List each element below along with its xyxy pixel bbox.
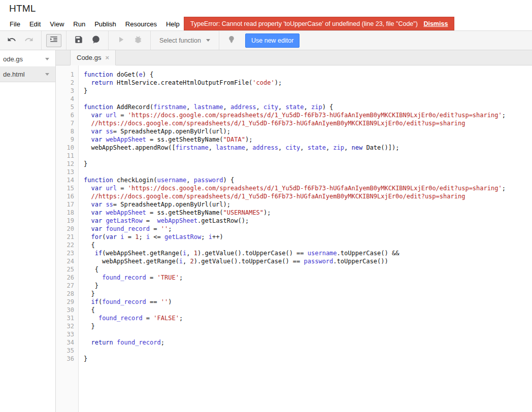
- line-number: 32: [56, 322, 74, 330]
- line-number: 15: [56, 184, 74, 192]
- line-number: 33: [56, 330, 74, 338]
- line-number: 31: [56, 314, 74, 322]
- code-line: }: [84, 322, 532, 330]
- redo-icon: [24, 35, 34, 46]
- code-pane[interactable]: function doGet(e) { return HtmlService.c…: [79, 65, 532, 412]
- menu-item-publish[interactable]: Publish: [90, 18, 121, 30]
- code-line: }: [84, 290, 532, 298]
- line-number: 36: [56, 355, 74, 363]
- line-number: 27: [56, 282, 74, 290]
- code-line: function checkLogin(username, password) …: [84, 176, 532, 184]
- line-number: 9: [56, 135, 74, 144]
- debug-icon: [134, 35, 143, 46]
- save-icon: [74, 35, 83, 46]
- code-line: if(webAppSheet.getRange(i, 1).getValue()…: [84, 249, 532, 257]
- code-line: [84, 152, 532, 160]
- code-line: var found_record = '';: [84, 225, 532, 233]
- file-menu-caret-icon[interactable]: [45, 73, 49, 76]
- code-line: var url = 'https://docs.google.com/sprea…: [84, 111, 532, 119]
- code-line: found_record = 'TRUE';: [84, 273, 532, 282]
- line-number: 8: [56, 127, 74, 135]
- code-line: var getLastRow = webAppSheet.getLastRow(…: [84, 217, 532, 225]
- line-number: 26: [56, 273, 74, 282]
- save-button[interactable]: [71, 33, 86, 48]
- code-line: [84, 95, 532, 103]
- toolbar-separator: [150, 31, 151, 50]
- line-number: 19: [56, 217, 74, 225]
- select-function-dropdown[interactable]: Select function: [154, 37, 215, 44]
- hint-button[interactable]: [224, 33, 239, 48]
- error-banner: TypeError: Cannot read property 'toUpper…: [184, 17, 454, 30]
- editor-column: Code.gs × 123456789101112131415161718192…: [56, 50, 532, 412]
- code-line: {: [84, 241, 532, 249]
- code-line: var ss= SpreadsheetApp.openByUrl(url);: [84, 200, 532, 209]
- run-button[interactable]: [113, 33, 128, 48]
- menu-item-view[interactable]: View: [45, 18, 69, 30]
- line-number: 7: [56, 119, 74, 127]
- menu-item-run[interactable]: Run: [69, 18, 90, 30]
- code-line: var webAppSheet = ss.getSheetByName("USE…: [84, 209, 532, 217]
- menu-item-resources[interactable]: Resources: [121, 18, 161, 30]
- line-number: 14: [56, 176, 74, 184]
- menu-item-edit[interactable]: Edit: [25, 18, 45, 30]
- code-line: }: [84, 160, 532, 168]
- line-number: 13: [56, 168, 74, 176]
- line-number: 3: [56, 87, 74, 95]
- line-number: 12: [56, 160, 74, 168]
- menu-item-file[interactable]: File: [5, 18, 25, 30]
- redo-button[interactable]: [21, 33, 37, 48]
- code-line: {: [84, 306, 532, 314]
- apps-script-editor-window: HTML FileEditViewRunPublishResourcesHelp…: [0, 0, 532, 412]
- line-number: 34: [56, 338, 74, 347]
- run-icon: [116, 35, 125, 46]
- toolbar-separator: [108, 31, 109, 50]
- menu-item-help[interactable]: Help: [161, 18, 184, 30]
- code-line: //https://docs.google.com/spreadsheets/d…: [84, 119, 532, 127]
- line-number-gutter: 1234567891011121314151617181920212223242…: [56, 65, 79, 412]
- code-line: [84, 330, 532, 338]
- line-number: 20: [56, 225, 74, 233]
- line-number: 18: [56, 209, 74, 217]
- code-line: webAppSheet.getRange(i, 2).getValue().to…: [84, 257, 532, 265]
- tab-label: Code.gs: [77, 54, 101, 61]
- file-menu-caret-icon[interactable]: [45, 58, 49, 60]
- execution-transcript-icon: [91, 35, 101, 46]
- code-editor: 1234567891011121314151617181920212223242…: [56, 65, 532, 412]
- code-line: if(found_record == ''): [84, 298, 532, 306]
- indentation-button[interactable]: [46, 34, 61, 47]
- code-line: }: [84, 355, 532, 363]
- files-sidebar: ode.gsde.html: [0, 50, 56, 412]
- code-line: webAppSheet.appendRow([firstname, lastna…: [84, 144, 532, 152]
- execution-transcript-button[interactable]: [88, 33, 104, 48]
- debug-button[interactable]: [130, 33, 146, 48]
- indent-icon: [49, 35, 58, 46]
- tab-code-gs[interactable]: Code.gs ×: [70, 50, 116, 65]
- tab-close-icon[interactable]: ×: [105, 54, 109, 61]
- line-number: 23: [56, 249, 74, 257]
- line-number: 24: [56, 257, 74, 265]
- code-line: }: [84, 282, 532, 290]
- line-number: 5: [56, 103, 74, 111]
- code-line: //https://docs.google.com/spreadsheets/d…: [84, 192, 532, 200]
- chevron-down-icon: [206, 39, 210, 42]
- file-item[interactable]: ode.gs: [0, 52, 55, 67]
- tab-strip: Code.gs ×: [56, 50, 532, 65]
- dismiss-link[interactable]: Dismiss: [423, 20, 448, 27]
- line-number: 29: [56, 298, 74, 306]
- code-line: [84, 347, 532, 355]
- code-line: return found_record;: [84, 338, 532, 347]
- file-label: ode.gs: [3, 55, 23, 63]
- file-item[interactable]: de.html: [0, 67, 55, 82]
- code-line: var ss= SpreadsheetApp.openByUrl(url);: [84, 127, 532, 135]
- code-line: }: [84, 87, 532, 95]
- code-line: var url = 'https://docs.google.com/sprea…: [84, 184, 532, 192]
- toolbar: Select function Use new editor: [0, 30, 532, 50]
- use-new-editor-button[interactable]: Use new editor: [245, 33, 300, 48]
- code-line: var webAppSheet = ss.getSheetByName("DAT…: [84, 135, 532, 144]
- line-number: 6: [56, 111, 74, 119]
- line-number: 21: [56, 233, 74, 241]
- line-number: 4: [56, 95, 74, 103]
- toolbar-separator: [41, 31, 42, 50]
- undo-button[interactable]: [4, 33, 19, 48]
- line-number: 28: [56, 290, 74, 298]
